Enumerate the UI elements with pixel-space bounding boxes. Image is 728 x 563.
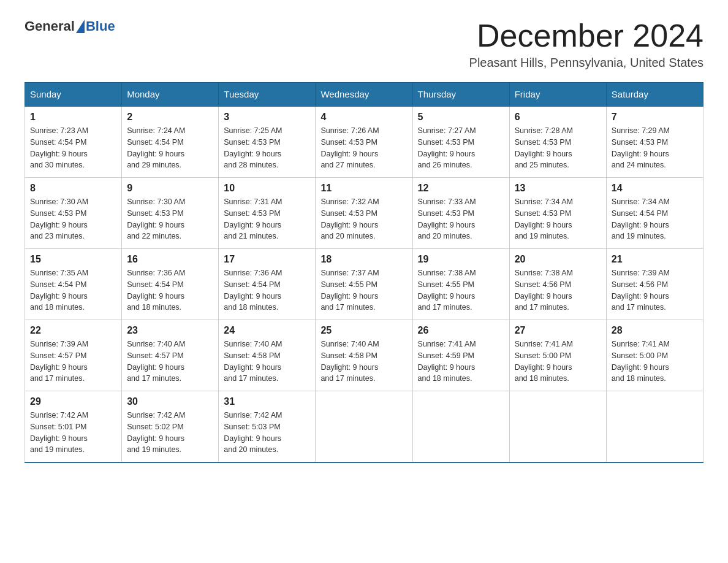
table-row: 13 Sunrise: 7:34 AM Sunset: 4:53 PM Dayl… bbox=[509, 178, 606, 249]
day-info: Sunrise: 7:41 AM Sunset: 5:00 PM Dayligh… bbox=[612, 339, 698, 385]
calendar-week-row: 22 Sunrise: 7:39 AM Sunset: 4:57 PM Dayl… bbox=[25, 320, 703, 391]
logo-triangle-icon bbox=[76, 20, 85, 33]
title-area: December 2024 Pleasant Hills, Pennsylvan… bbox=[469, 18, 703, 70]
table-row: 22 Sunrise: 7:39 AM Sunset: 4:57 PM Dayl… bbox=[25, 320, 122, 391]
day-info: Sunrise: 7:38 AM Sunset: 4:56 PM Dayligh… bbox=[515, 267, 601, 313]
day-info: Sunrise: 7:34 AM Sunset: 4:54 PM Dayligh… bbox=[612, 196, 698, 242]
calendar-week-row: 29 Sunrise: 7:42 AM Sunset: 5:01 PM Dayl… bbox=[25, 391, 703, 463]
day-number: 5 bbox=[418, 112, 504, 123]
day-number: 13 bbox=[515, 183, 601, 194]
day-number: 4 bbox=[320, 112, 407, 123]
table-row: 5 Sunrise: 7:27 AM Sunset: 4:53 PM Dayli… bbox=[412, 106, 509, 178]
day-number: 3 bbox=[224, 112, 310, 123]
table-row: 12 Sunrise: 7:33 AM Sunset: 4:53 PM Dayl… bbox=[412, 178, 509, 249]
table-row bbox=[412, 391, 509, 463]
day-number: 6 bbox=[515, 112, 601, 123]
table-row: 25 Sunrise: 7:40 AM Sunset: 4:58 PM Dayl… bbox=[316, 320, 412, 391]
day-info: Sunrise: 7:27 AM Sunset: 4:53 PM Dayligh… bbox=[418, 125, 504, 171]
table-row: 1 Sunrise: 7:23 AM Sunset: 4:54 PM Dayli… bbox=[25, 106, 122, 178]
calendar-table: Sunday Monday Tuesday Wednesday Thursday… bbox=[25, 82, 703, 463]
day-number: 28 bbox=[612, 325, 698, 336]
day-number: 27 bbox=[515, 325, 601, 336]
table-row: 4 Sunrise: 7:26 AM Sunset: 4:53 PM Dayli… bbox=[316, 106, 412, 178]
table-row: 30 Sunrise: 7:42 AM Sunset: 5:02 PM Dayl… bbox=[122, 391, 219, 463]
day-info: Sunrise: 7:32 AM Sunset: 4:53 PM Dayligh… bbox=[320, 196, 407, 242]
day-number: 7 bbox=[612, 112, 698, 123]
day-info: Sunrise: 7:42 AM Sunset: 5:02 PM Dayligh… bbox=[127, 410, 213, 456]
table-row bbox=[606, 391, 703, 463]
table-row bbox=[509, 391, 606, 463]
day-number: 30 bbox=[127, 396, 213, 407]
day-number: 10 bbox=[224, 183, 310, 194]
table-row: 29 Sunrise: 7:42 AM Sunset: 5:01 PM Dayl… bbox=[25, 391, 122, 463]
table-row: 7 Sunrise: 7:29 AM Sunset: 4:53 PM Dayli… bbox=[606, 106, 703, 178]
logo: General Blue bbox=[25, 18, 115, 34]
day-info: Sunrise: 7:29 AM Sunset: 4:53 PM Dayligh… bbox=[612, 125, 698, 171]
day-info: Sunrise: 7:39 AM Sunset: 4:56 PM Dayligh… bbox=[612, 267, 698, 313]
day-number: 26 bbox=[418, 325, 504, 336]
day-number: 16 bbox=[127, 254, 213, 265]
day-info: Sunrise: 7:42 AM Sunset: 5:03 PM Dayligh… bbox=[224, 410, 310, 456]
day-info: Sunrise: 7:40 AM Sunset: 4:58 PM Dayligh… bbox=[320, 339, 407, 385]
day-number: 9 bbox=[127, 183, 213, 194]
header-wednesday: Wednesday bbox=[316, 83, 412, 107]
day-info: Sunrise: 7:40 AM Sunset: 4:57 PM Dayligh… bbox=[127, 339, 213, 385]
calendar-week-row: 8 Sunrise: 7:30 AM Sunset: 4:53 PM Dayli… bbox=[25, 178, 703, 249]
day-info: Sunrise: 7:41 AM Sunset: 4:59 PM Dayligh… bbox=[418, 339, 504, 385]
table-row: 19 Sunrise: 7:38 AM Sunset: 4:55 PM Dayl… bbox=[412, 249, 509, 320]
table-row: 18 Sunrise: 7:37 AM Sunset: 4:55 PM Dayl… bbox=[316, 249, 412, 320]
day-number: 1 bbox=[30, 112, 116, 123]
logo-general-text: General bbox=[25, 18, 75, 34]
table-row: 31 Sunrise: 7:42 AM Sunset: 5:03 PM Dayl… bbox=[219, 391, 316, 463]
day-number: 20 bbox=[515, 254, 601, 265]
day-number: 25 bbox=[320, 325, 407, 336]
day-info: Sunrise: 7:33 AM Sunset: 4:53 PM Dayligh… bbox=[418, 196, 504, 242]
table-row: 27 Sunrise: 7:41 AM Sunset: 5:00 PM Dayl… bbox=[509, 320, 606, 391]
table-row: 23 Sunrise: 7:40 AM Sunset: 4:57 PM Dayl… bbox=[122, 320, 219, 391]
header-friday: Friday bbox=[509, 83, 606, 107]
day-number: 15 bbox=[30, 254, 116, 265]
header-sunday: Sunday bbox=[25, 83, 122, 107]
table-row: 8 Sunrise: 7:30 AM Sunset: 4:53 PM Dayli… bbox=[25, 178, 122, 249]
header: General Blue December 2024 Pleasant Hill… bbox=[25, 18, 703, 70]
table-row: 16 Sunrise: 7:36 AM Sunset: 4:54 PM Dayl… bbox=[122, 249, 219, 320]
table-row: 14 Sunrise: 7:34 AM Sunset: 4:54 PM Dayl… bbox=[606, 178, 703, 249]
table-row: 2 Sunrise: 7:24 AM Sunset: 4:54 PM Dayli… bbox=[122, 106, 219, 178]
day-number: 23 bbox=[127, 325, 213, 336]
day-number: 22 bbox=[30, 325, 116, 336]
day-info: Sunrise: 7:35 AM Sunset: 4:54 PM Dayligh… bbox=[30, 267, 116, 313]
calendar-week-row: 15 Sunrise: 7:35 AM Sunset: 4:54 PM Dayl… bbox=[25, 249, 703, 320]
day-info: Sunrise: 7:36 AM Sunset: 4:54 PM Dayligh… bbox=[127, 267, 213, 313]
day-info: Sunrise: 7:31 AM Sunset: 4:53 PM Dayligh… bbox=[224, 196, 310, 242]
day-number: 2 bbox=[127, 112, 213, 123]
day-info: Sunrise: 7:30 AM Sunset: 4:53 PM Dayligh… bbox=[30, 196, 116, 242]
day-number: 12 bbox=[418, 183, 504, 194]
calendar-week-row: 1 Sunrise: 7:23 AM Sunset: 4:54 PM Dayli… bbox=[25, 106, 703, 178]
table-row: 9 Sunrise: 7:30 AM Sunset: 4:53 PM Dayli… bbox=[122, 178, 219, 249]
day-info: Sunrise: 7:24 AM Sunset: 4:54 PM Dayligh… bbox=[127, 125, 213, 171]
day-number: 19 bbox=[418, 254, 504, 265]
day-info: Sunrise: 7:30 AM Sunset: 4:53 PM Dayligh… bbox=[127, 196, 213, 242]
table-row: 6 Sunrise: 7:28 AM Sunset: 4:53 PM Dayli… bbox=[509, 106, 606, 178]
day-info: Sunrise: 7:28 AM Sunset: 4:53 PM Dayligh… bbox=[515, 125, 601, 171]
day-info: Sunrise: 7:26 AM Sunset: 4:53 PM Dayligh… bbox=[320, 125, 407, 171]
day-info: Sunrise: 7:40 AM Sunset: 4:58 PM Dayligh… bbox=[224, 339, 310, 385]
day-info: Sunrise: 7:25 AM Sunset: 4:53 PM Dayligh… bbox=[224, 125, 310, 171]
month-title: December 2024 bbox=[469, 18, 703, 53]
day-info: Sunrise: 7:38 AM Sunset: 4:55 PM Dayligh… bbox=[418, 267, 504, 313]
day-number: 29 bbox=[30, 396, 116, 407]
day-info: Sunrise: 7:39 AM Sunset: 4:57 PM Dayligh… bbox=[30, 339, 116, 385]
header-monday: Monday bbox=[122, 83, 219, 107]
table-row: 11 Sunrise: 7:32 AM Sunset: 4:53 PM Dayl… bbox=[316, 178, 412, 249]
day-info: Sunrise: 7:34 AM Sunset: 4:53 PM Dayligh… bbox=[515, 196, 601, 242]
table-row: 10 Sunrise: 7:31 AM Sunset: 4:53 PM Dayl… bbox=[219, 178, 316, 249]
table-row: 3 Sunrise: 7:25 AM Sunset: 4:53 PM Dayli… bbox=[219, 106, 316, 178]
location-title: Pleasant Hills, Pennsylvania, United Sta… bbox=[469, 56, 703, 70]
header-thursday: Thursday bbox=[412, 83, 509, 107]
day-info: Sunrise: 7:36 AM Sunset: 4:54 PM Dayligh… bbox=[224, 267, 310, 313]
logo-blue-text: Blue bbox=[86, 18, 115, 34]
calendar-header-row: Sunday Monday Tuesday Wednesday Thursday… bbox=[25, 83, 703, 107]
table-row: 15 Sunrise: 7:35 AM Sunset: 4:54 PM Dayl… bbox=[25, 249, 122, 320]
table-row: 17 Sunrise: 7:36 AM Sunset: 4:54 PM Dayl… bbox=[219, 249, 316, 320]
table-row: 28 Sunrise: 7:41 AM Sunset: 5:00 PM Dayl… bbox=[606, 320, 703, 391]
